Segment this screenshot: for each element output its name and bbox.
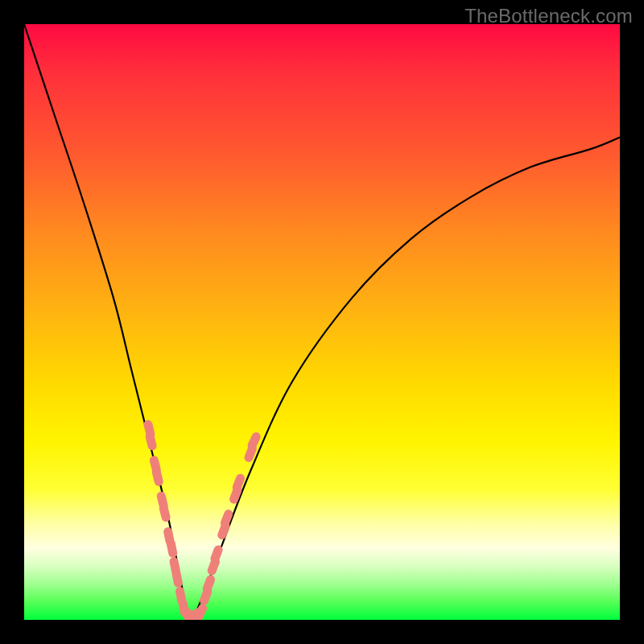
plot-area	[24, 24, 620, 620]
bottleneck-curve-path	[24, 24, 620, 620]
watermark-text: TheBottleneck.com	[464, 5, 633, 27]
data-point-marker	[215, 550, 218, 559]
data-point-marker	[150, 436, 152, 446]
data-point-marker	[252, 437, 256, 446]
data-point-marker	[198, 609, 202, 617]
data-point-marker	[163, 508, 166, 518]
chart-svg	[24, 24, 620, 620]
data-point-marker	[171, 543, 172, 553]
data-point-marker	[225, 514, 228, 523]
data-point-marker	[237, 478, 240, 487]
data-point-marker	[207, 580, 210, 588]
data-point-markers	[148, 424, 256, 620]
chart-frame: TheBottleneck.com	[0, 0, 644, 644]
bottleneck-curve	[24, 24, 620, 620]
data-point-marker	[176, 573, 178, 583]
data-point-marker	[156, 473, 159, 482]
